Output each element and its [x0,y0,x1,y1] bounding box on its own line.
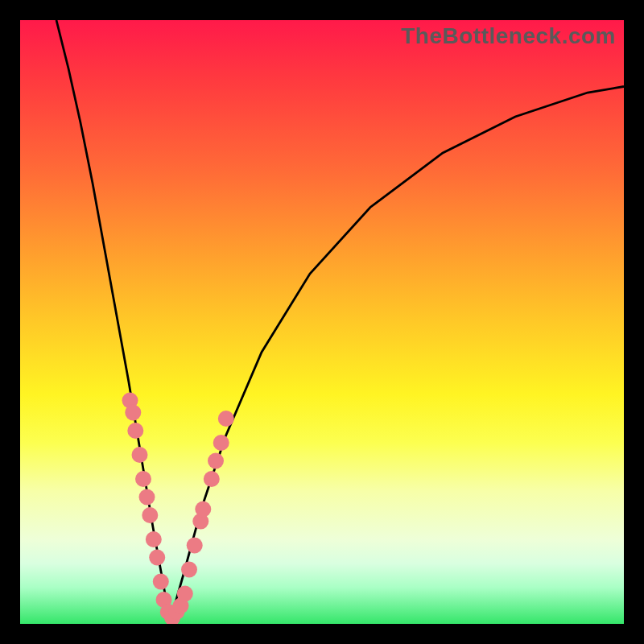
data-dot [146,531,162,547]
data-dot [127,423,143,439]
data-dot [187,538,203,554]
data-dot [149,550,165,566]
left-curve [56,20,171,618]
data-dot [204,471,220,487]
data-dot [125,405,141,421]
data-dot [181,562,197,578]
data-dot [139,489,155,506]
plot-area: TheBottleneck.com [20,20,624,624]
data-dot [153,574,169,590]
curve-overlay [20,20,624,624]
data-dot [135,471,151,487]
data-dot [132,447,148,463]
data-dot [208,453,224,469]
data-dot [142,507,158,523]
data-dot [213,435,229,451]
data-dot [177,586,193,602]
right-curve [171,87,625,618]
data-dot [195,502,211,518]
data-dot [218,411,234,427]
